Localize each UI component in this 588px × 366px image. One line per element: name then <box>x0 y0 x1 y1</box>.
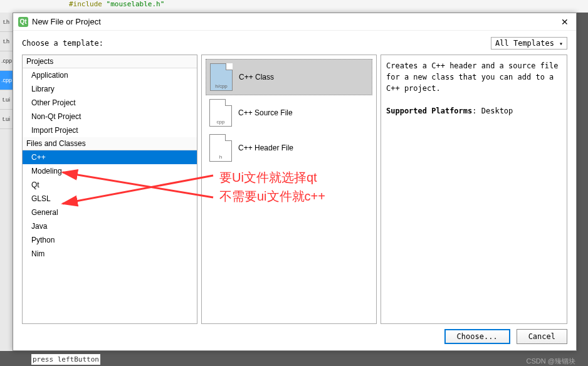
category-application[interactable]: Application <box>23 68 197 82</box>
category-other-project[interactable]: Other Project <box>23 96 197 110</box>
console-output: press leftButton <box>31 354 100 365</box>
category-cpp[interactable]: C++ <box>23 150 197 164</box>
category-glsl[interactable]: GLSL <box>23 192 197 206</box>
template-label: C++ Source File <box>238 108 293 117</box>
platforms-label: Supported Platforms <box>386 107 472 115</box>
choose-button[interactable]: Choose... <box>444 329 510 344</box>
editor-file-tabs: t.h t.h .cpp .cpp t.ui t.ui <box>0 13 13 351</box>
description-panel: Creates a C++ header and a source file f… <box>381 55 567 324</box>
watermark: CSDN @臻锢块 <box>527 357 575 366</box>
template-filter-dropdown[interactable]: All Templates <box>491 37 567 50</box>
template-cpp-class[interactable]: h/cpp C++ Class <box>206 59 372 95</box>
template-cpp-header[interactable]: h C++ Header File <box>206 130 372 165</box>
category-non-qt-project[interactable]: Non-Qt Project <box>23 110 197 123</box>
group-files-classes: Files and Classes <box>23 137 197 150</box>
titlebar: Qt New File or Project ✕ <box>13 13 576 31</box>
file-icon: h/cpp <box>210 63 233 91</box>
description-text: Creates a C++ header and a source file f… <box>386 60 562 94</box>
file-icon: cpp <box>209 99 232 127</box>
choose-template-label: Choose a template: <box>22 39 103 48</box>
template-panel: h/cpp C++ Class cpp C++ Source File h C+… <box>201 55 377 324</box>
category-library[interactable]: Library <box>23 82 197 96</box>
background-editor: #include "mouselable.h" <box>0 0 588 13</box>
category-general[interactable]: General <box>23 206 197 219</box>
category-panel: Projects Application Library Other Proje… <box>22 55 197 324</box>
close-icon[interactable]: ✕ <box>559 16 571 28</box>
qt-icon: Qt <box>18 17 28 27</box>
dialog-title: New File or Project <box>32 17 559 26</box>
template-label: C++ Header File <box>238 144 293 152</box>
category-python[interactable]: Python <box>23 233 197 247</box>
category-qt[interactable]: Qt <box>23 178 197 192</box>
new-file-dialog: Qt New File or Project ✕ Choose a templa… <box>13 13 577 351</box>
category-modeling[interactable]: Modeling <box>23 164 197 178</box>
template-cpp-source[interactable]: cpp C++ Source File <box>206 95 372 130</box>
template-label: C++ Class <box>239 73 274 81</box>
file-icon: h <box>209 134 232 162</box>
cancel-button[interactable]: Cancel <box>517 329 567 344</box>
category-import-project[interactable]: Import Project <box>23 123 197 137</box>
category-java[interactable]: Java <box>23 219 197 233</box>
category-nim[interactable]: Nim <box>23 247 197 261</box>
platforms-value: : Desktop <box>472 107 513 115</box>
group-projects: Projects <box>23 55 197 68</box>
